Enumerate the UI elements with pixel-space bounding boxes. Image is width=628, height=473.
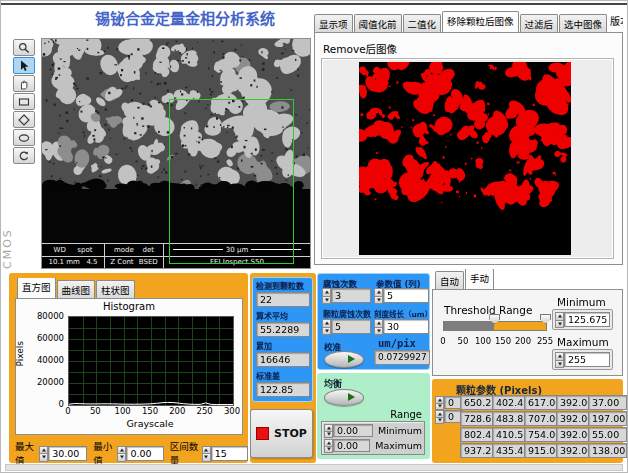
ytick: 80000 — [28, 311, 64, 321]
range-box: 0.00 Minimum 0.00 Maximum — [321, 421, 425, 455]
app-window: 锡铋合金定量金相分析系统 CMOS WD — [0, 0, 628, 473]
scale-tick: 0 — [440, 336, 445, 346]
processed-image[interactable] — [359, 62, 571, 255]
scale-tick: 255 — [537, 336, 553, 346]
ytick: 60000 — [28, 333, 64, 343]
histogram-panel: 直方图 曲线图 柱状图 Histogram Pixels 80000 60000… — [9, 273, 248, 463]
scale-length-field[interactable]: 30 — [383, 319, 429, 334]
sem-image-frame: WD spot 10.1 mm 4.5 mode det Z Cont BSED — [41, 38, 311, 269]
threshold-tab-strip: 自动 手动 — [432, 269, 623, 289]
stats-panel: 检测到颗粒数 22 算术平均 55.2289 累加 16646 标准差 122.… — [252, 277, 313, 402]
maximum-control: 255 — [552, 349, 613, 370]
minimum-control: 125.675 — [552, 309, 613, 330]
equalize-label: 均衡 — [324, 377, 342, 390]
page-title: 锡铋合金定量金相分析系统 — [59, 7, 311, 28]
bins-stepper[interactable] — [202, 446, 211, 461]
sum-label: 累加 — [256, 340, 309, 351]
table-cell[interactable]: 55.00 — [588, 427, 627, 442]
bins-field[interactable]: 15 — [211, 446, 248, 461]
table-row-index-stepper[interactable] — [435, 396, 444, 409]
maximum-field[interactable]: 255 — [564, 352, 610, 367]
scale-length-stepper[interactable] — [374, 319, 383, 334]
minimum-field[interactable]: 125.675 — [564, 312, 610, 327]
ytick: 0 — [28, 399, 64, 409]
param-value-field[interactable]: 5 — [383, 288, 429, 303]
version-label: 版本号 : 2.5 — [608, 11, 623, 28]
tab-auto[interactable]: 自动 — [435, 271, 464, 289]
scale-length-label: 刻度线长（um） — [374, 308, 429, 319]
rectangle-icon[interactable] — [13, 93, 35, 110]
table-col-index-stepper[interactable] — [435, 410, 444, 423]
tab-after-filter[interactable]: 过滤后 — [520, 14, 559, 32]
min-value-field[interactable]: 0.00 — [126, 446, 163, 461]
table-cell[interactable]: 37.00 — [588, 395, 627, 410]
xtick: 250 — [197, 406, 213, 416]
stddev-field: 122.85 — [256, 382, 310, 397]
range-max-stepper[interactable] — [324, 439, 333, 452]
particle-table-panel: 颗粒参数 (Pixels) 0 0 650.23 402.49 617.00 3… — [432, 379, 623, 463]
erosion-field: 3 — [331, 288, 371, 303]
max-value-field[interactable]: 30.00 — [48, 446, 87, 461]
tab-curve[interactable]: 曲线图 — [57, 280, 96, 298]
calibrate-label: 校准 — [324, 340, 341, 352]
top-divider — [1, 3, 628, 5]
particle-erosion-stepper[interactable] — [322, 319, 331, 334]
equalize-panel: 均衡 Range 0.00 Minimum 0.00 Maximum — [317, 373, 430, 459]
particle-table: 650.23 402.49 617.00 392.00 37.00 728.61… — [460, 395, 619, 458]
sem-wd-value: 10.1 mm — [48, 258, 79, 266]
stddev-label: 标准差 — [256, 370, 309, 381]
tab-selected-image[interactable]: 选中图像 — [559, 14, 607, 32]
histogram-settings-row: 最大值 30.00 最小值 0.00 区间数量 15 — [13, 439, 248, 467]
param-value-control: 5 — [374, 288, 429, 303]
calibrate-button[interactable] — [324, 351, 364, 368]
sem-mode-value: Z Cont — [110, 258, 133, 266]
umpix-field: 0.0729927 — [374, 350, 430, 365]
table-cell[interactable]: 138.00 — [588, 443, 627, 458]
sem-det-label: det — [143, 246, 155, 254]
mean-field: 55.2289 — [256, 322, 310, 337]
particle-count-field: 22 — [256, 292, 310, 307]
cursor-icon[interactable] — [13, 57, 35, 74]
tab-before-threshold[interactable]: 阈值化前 — [354, 14, 402, 32]
particle-erosion-field: 5 — [331, 319, 371, 334]
minimum-stepper[interactable] — [555, 312, 564, 327]
maximum-label: Maximum — [557, 336, 609, 348]
particle-erosion-label: 颗粒腐蚀次数 — [323, 308, 371, 319]
tab-display-items[interactable]: 显示项 — [314, 14, 353, 32]
range-max-field[interactable]: 0.00 — [333, 439, 370, 452]
tab-after-remove-particles[interactable]: 移除颗粒后图像 — [442, 11, 519, 32]
max-value-stepper[interactable] — [39, 446, 48, 461]
min-value-stepper[interactable] — [117, 446, 126, 461]
histogram-tab-strip: 直方图 曲线图 柱状图 — [17, 278, 136, 298]
rotate-icon[interactable] — [13, 147, 35, 164]
xtick: 50 — [90, 406, 101, 416]
tab-bar[interactable]: 柱状图 — [96, 280, 135, 298]
hand-icon[interactable] — [13, 75, 35, 92]
equalize-button[interactable] — [324, 389, 364, 406]
threshold-tab-control: 自动 手动 Threshold Range 0 50 100 150 200 2… — [432, 269, 623, 376]
maximum-stepper[interactable] — [555, 352, 564, 367]
slider-high-segment — [494, 322, 546, 330]
erosion-stepper[interactable] — [322, 288, 331, 303]
processed-image-frame — [321, 58, 614, 259]
diamond-icon[interactable] — [13, 111, 35, 128]
range-min-field[interactable]: 0.00 — [333, 424, 373, 437]
table-cell[interactable]: 197.00 — [588, 411, 627, 426]
minimum-label: Minimum — [557, 296, 606, 308]
sem-det-value: BSED — [139, 258, 158, 266]
param-value-stepper[interactable] — [374, 288, 383, 303]
tab-binarize[interactable]: 二值化 — [403, 14, 442, 32]
stop-button[interactable]: STOP — [250, 409, 313, 458]
params-panel: 腐蚀次数 3 颗粒腐蚀次数 5 校准 参数值 (列) 5 刻度线长（um） 30… — [317, 273, 430, 370]
roi-selection-rect[interactable] — [169, 99, 294, 264]
tab-manual[interactable]: 手动 — [465, 269, 494, 289]
threshold-range-label: Threshold Range — [444, 304, 532, 316]
range-min-stepper[interactable] — [324, 424, 333, 437]
table-row-index-control: 0 — [435, 396, 463, 409]
particle-count-label: 检测到颗粒数 — [256, 280, 309, 291]
tab-histogram[interactable]: 直方图 — [17, 278, 56, 298]
chart-xlabel: Grayscale — [68, 418, 232, 429]
ellipse-icon[interactable] — [13, 129, 35, 146]
magnifier-icon[interactable] — [13, 39, 35, 56]
histogram-plot[interactable] — [68, 316, 234, 406]
